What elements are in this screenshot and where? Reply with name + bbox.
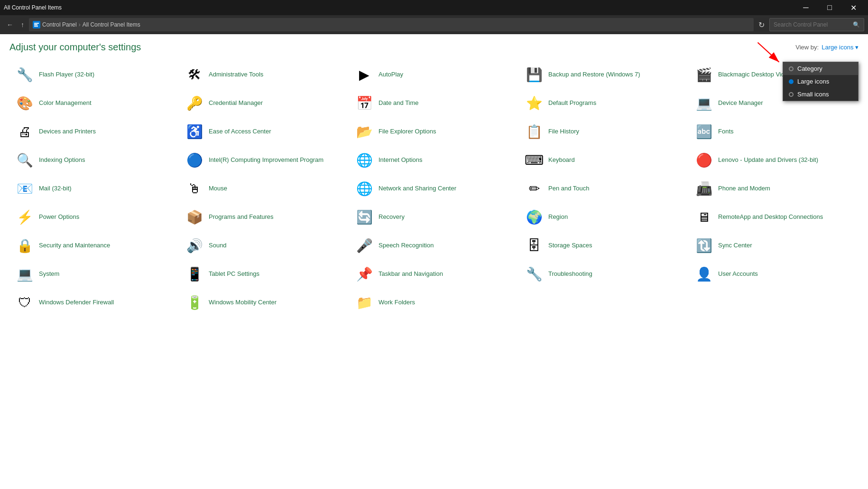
control-item[interactable]: ⭐ Default Programs (519, 89, 689, 117)
control-item-icon-1: 🛠 (185, 65, 204, 84)
dropdown-item-small-icons[interactable]: Small icons (783, 88, 858, 101)
control-item[interactable]: 📧 Mail (32-bit) (9, 174, 179, 203)
control-item[interactable]: 📱 Tablet PC Settings (179, 260, 349, 288)
control-item[interactable]: 🛡 Windows Defender Firewall (9, 288, 179, 317)
control-item[interactable]: 📠 Phone and Modem (689, 174, 859, 203)
control-item[interactable]: 🌐 Network and Sharing Center (349, 174, 519, 203)
control-item-label-1: Administrative Tools (209, 71, 263, 79)
control-item-icon-25: ⚡ (15, 207, 34, 226)
restore-button[interactable]: □ (819, 0, 840, 15)
control-item[interactable]: 📅 Date and Time (349, 89, 519, 117)
view-by-label: View by: (795, 44, 819, 51)
control-item-icon-35: 💻 (15, 264, 34, 283)
control-item-label-21: Mouse (209, 185, 227, 193)
control-item[interactable]: 🔧 Flash Player (32-bit) (9, 60, 179, 89)
control-item[interactable]: 🎤 Speech Recognition (349, 231, 519, 260)
control-item-icon-23: ✏ (525, 179, 544, 198)
control-item-icon-39: 👤 (694, 264, 713, 283)
control-item[interactable]: 🖨 Devices and Printers (9, 117, 179, 146)
control-item[interactable]: 🖥 RemoteApp and Desktop Connections (689, 203, 859, 231)
control-item[interactable]: 📁 Work Folders (349, 288, 519, 317)
control-item[interactable]: 📂 File Explorer Options (349, 117, 519, 146)
control-item-label-15: Indexing Options (39, 156, 85, 164)
control-item-icon-30: 🔒 (15, 236, 34, 255)
control-item[interactable]: ♿ Ease of Access Center (179, 117, 349, 146)
control-item-label-20: Mail (32-bit) (39, 185, 72, 193)
back-button[interactable]: ← (4, 19, 16, 30)
control-item[interactable]: 💻 System (9, 260, 179, 288)
control-item-icon-9: 💻 (694, 94, 713, 113)
control-item-label-27: Recovery (379, 213, 405, 221)
control-item-icon-34: 🔃 (694, 236, 713, 255)
control-item-label-12: File Explorer Options (379, 128, 436, 136)
control-item[interactable]: 🎨 Color Management (9, 89, 179, 117)
control-item-label-6: Credential Manager (209, 99, 263, 107)
control-item-label-31: Sound (209, 242, 227, 250)
control-item[interactable]: 🔃 Sync Center (689, 231, 859, 260)
control-item-icon-24: 📠 (694, 179, 713, 198)
search-input[interactable] (774, 21, 851, 28)
control-item-label-7: Date and Time (379, 99, 419, 107)
control-item[interactable]: 🖱 Mouse (179, 174, 349, 203)
control-item-icon-36: 📱 (185, 264, 204, 283)
control-item-label-28: Region (548, 213, 568, 221)
control-item-icon-29: 🖥 (694, 207, 713, 226)
control-item-icon-33: 🗄 (525, 236, 544, 255)
window-title: All Control Panel Items (4, 4, 795, 11)
control-item[interactable]: 💾 Backup and Restore (Windows 7) (519, 60, 689, 89)
control-item[interactable]: 📦 Programs and Features (179, 203, 349, 231)
main-content: Adjust your computer's settings View by:… (0, 34, 868, 324)
control-item[interactable]: 🔧 Troubleshooting (519, 260, 689, 288)
control-item-label-34: Sync Center (718, 242, 752, 250)
control-item[interactable]: 🔊 Sound (179, 231, 349, 260)
control-item-label-32: Speech Recognition (379, 242, 434, 250)
control-item-label-13: File History (548, 128, 579, 136)
refresh-button[interactable]: ↻ (756, 19, 767, 31)
control-item-label-23: Pen and Touch (548, 185, 590, 193)
control-item[interactable]: 🗄 Storage Spaces (519, 231, 689, 260)
control-item-label-3: Backup and Restore (Windows 7) (548, 71, 640, 79)
control-item[interactable]: 🔵 Intel(R) Computing Improvement Program (179, 146, 349, 174)
breadcrumb-all-items[interactable]: All Control Panel Items (83, 21, 140, 28)
minimize-button[interactable]: ─ (795, 0, 817, 15)
control-item[interactable]: 🔒 Security and Maintenance (9, 231, 179, 260)
control-item[interactable]: 🔴 Lenovo - Update and Drivers (32-bit) (689, 146, 859, 174)
control-item[interactable]: ⚡ Power Options (9, 203, 179, 231)
dropdown-item-large-icons[interactable]: Large icons (783, 75, 858, 88)
control-item[interactable]: 🔍 Indexing Options (9, 146, 179, 174)
control-item-icon-14: 🔤 (694, 122, 713, 141)
control-item[interactable]: 👤 User Accounts (689, 260, 859, 288)
control-item-icon-41: 🔋 (185, 293, 204, 312)
view-dropdown-menu: Category Large icons Small icons (783, 62, 859, 101)
control-item[interactable]: 🔤 Fonts (689, 117, 859, 146)
control-item-icon-15: 🔍 (15, 150, 34, 169)
control-item[interactable]: 🔄 Recovery (349, 203, 519, 231)
radio-small-icons (789, 92, 794, 97)
dropdown-item-category[interactable]: Category (783, 62, 858, 75)
control-item-icon-13: 📋 (525, 122, 544, 141)
control-item[interactable]: 🛠 Administrative Tools (179, 60, 349, 89)
control-item[interactable]: ▶ AutoPlay (349, 60, 519, 89)
view-by-dropdown[interactable]: Large icons ▾ (822, 44, 859, 51)
control-item-icon-0: 🔧 (15, 65, 34, 84)
control-item-icon-11: ♿ (185, 122, 204, 141)
navigation-bar: ← ↑ Control Panel › All Control Panel It… (0, 15, 868, 34)
control-item-icon-8: ⭐ (525, 94, 544, 113)
close-button[interactable]: ✕ (842, 0, 864, 15)
control-item[interactable]: 🌍 Region (519, 203, 689, 231)
search-button[interactable]: 🔍 (853, 21, 860, 28)
control-item-label-19: Lenovo - Update and Drivers (32-bit) (718, 156, 818, 164)
control-item[interactable]: 🔑 Credential Manager (179, 89, 349, 117)
control-item-icon-3: 💾 (525, 65, 544, 84)
control-item[interactable]: 🌐 Internet Options (349, 146, 519, 174)
control-item-label-40: Windows Defender Firewall (39, 299, 114, 307)
control-item[interactable]: 📋 File History (519, 117, 689, 146)
control-item[interactable]: ⌨ Keyboard (519, 146, 689, 174)
control-item[interactable]: 🔋 Windows Mobility Center (179, 288, 349, 317)
control-item[interactable]: ✏ Pen and Touch (519, 174, 689, 203)
control-item[interactable]: 📌 Taskbar and Navigation (349, 260, 519, 288)
up-button[interactable]: ↑ (18, 19, 27, 30)
control-item-icon-12: 📂 (355, 122, 374, 141)
control-item-icon-22: 🌐 (355, 179, 374, 198)
breadcrumb-control-panel[interactable]: Control Panel (42, 21, 77, 28)
